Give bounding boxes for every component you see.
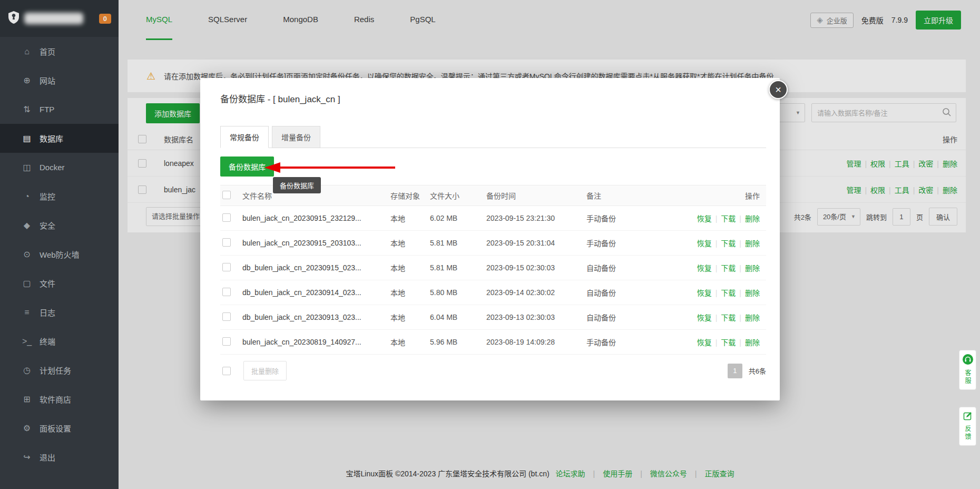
download-link[interactable]: 下载 [721, 338, 736, 347]
backup-database-button[interactable]: 备份数据库 [220, 157, 274, 177]
search-icon[interactable] [942, 107, 952, 119]
delete-link[interactable]: 删除 [745, 264, 760, 272]
sidebar-item-files[interactable]: ▢文件 [0, 269, 119, 298]
sidebar-item-database[interactable]: ▤数据库 [0, 124, 119, 153]
sidebar-item-panel-settings[interactable]: ⚙面板设置 [0, 414, 119, 443]
delete-link[interactable]: 删除 [745, 214, 760, 223]
sidebar-item-security[interactable]: ◆安全 [0, 211, 119, 240]
backup-file-name: bulen_jack_cn_20230915_203103... [242, 239, 390, 247]
monitor-icon: ◔ [21, 192, 33, 201]
change-password-link[interactable]: 改密 [918, 160, 933, 168]
restore-link[interactable]: 恢复 [697, 239, 712, 248]
restore-link[interactable]: 恢复 [697, 289, 712, 297]
row-checkbox[interactable] [222, 238, 231, 247]
manage-link[interactable]: 管理 [846, 186, 861, 194]
tab-mysql[interactable]: MySQL [146, 0, 172, 40]
delete-link[interactable]: 删除 [943, 160, 957, 168]
tab-mongodb[interactable]: MongoDB [283, 0, 318, 40]
tab-regular-backup[interactable]: 常规备份 [220, 126, 269, 148]
per-page-select[interactable]: 20条/页▼ [817, 208, 860, 226]
download-link[interactable]: 下载 [721, 314, 736, 322]
sidebar-item-website[interactable]: ⊕网站 [0, 66, 119, 95]
separator: | [716, 214, 718, 223]
restore-link[interactable]: 恢复 [697, 214, 712, 223]
screen: 0 ⌂首页 ⊕网站 ⇅FTP ▤数据库 ◫Docker ◔监控 ◆安全 ⊙Web… [0, 0, 980, 489]
customer-service-widget[interactable]: 客服 [959, 350, 976, 390]
page-number-input[interactable]: 1 [893, 208, 910, 226]
restore-link[interactable]: 恢复 [697, 314, 712, 322]
delete-link[interactable]: 删除 [943, 186, 957, 194]
restore-link[interactable]: 恢复 [697, 338, 712, 347]
upgrade-button[interactable]: 立即升级 [916, 11, 961, 30]
current-page[interactable]: 1 [728, 364, 742, 378]
sidebar-item-waf[interactable]: ⊙Web防火墙 [0, 240, 119, 269]
database-name: bulen_jac [164, 185, 195, 194]
select-all-checkbox[interactable] [222, 191, 231, 199]
tab-incremental-backup[interactable]: 增量备份 [272, 126, 320, 148]
download-link[interactable]: 下载 [721, 214, 736, 223]
total-count-label: 共6条 [749, 366, 766, 376]
backup-time: 2023-08-19 14:09:28 [486, 338, 586, 346]
row-checkbox[interactable] [222, 337, 231, 346]
row-checkbox[interactable] [222, 263, 231, 271]
permission-link[interactable]: 权限 [870, 186, 885, 194]
separator: | [695, 470, 697, 478]
logo-shield-icon [7, 11, 20, 26]
confirm-button[interactable]: 确认 [929, 208, 957, 226]
home-icon: ⌂ [21, 47, 33, 56]
row-actions: 恢复|下载|删除 [692, 287, 766, 298]
edition-badge[interactable]: ◈企业版 [810, 13, 854, 28]
search-input[interactable] [811, 103, 956, 122]
manage-link[interactable]: 管理 [846, 160, 861, 168]
delete-link[interactable]: 删除 [745, 289, 760, 297]
wechat-link[interactable]: 微信公众号 [650, 470, 687, 478]
logo[interactable]: 0 [0, 0, 119, 37]
logs-icon: ≡ [21, 308, 33, 317]
tools-link[interactable]: 工具 [895, 160, 909, 168]
row-checkbox[interactable] [138, 185, 146, 194]
change-password-link[interactable]: 改密 [918, 186, 933, 194]
restore-link[interactable]: 恢复 [697, 264, 712, 272]
message-count-badge[interactable]: 0 [99, 14, 111, 24]
backup-file-name: bulen_jack_cn_20230915_232129... [242, 214, 390, 222]
tab-redis[interactable]: Redis [354, 0, 374, 40]
select-all-checkbox[interactable] [222, 367, 231, 375]
download-link[interactable]: 下载 [721, 289, 736, 297]
sidebar-item-home[interactable]: ⌂首页 [0, 37, 119, 66]
row-checkbox[interactable] [222, 288, 231, 296]
sidebar-item-logs[interactable]: ≡日志 [0, 298, 119, 327]
sidebar-item-cron[interactable]: ◷计划任务 [0, 356, 119, 385]
license-check-link[interactable]: 正版查询 [704, 470, 734, 478]
backup-size: 6.04 MB [430, 313, 486, 321]
tab-sqlserver[interactable]: SQLServer [208, 0, 247, 40]
sidebar-item-logout[interactable]: ↪退出 [0, 443, 119, 472]
manual-link[interactable]: 使用手册 [603, 470, 632, 478]
delete-link[interactable]: 删除 [745, 239, 760, 248]
tab-pgsql[interactable]: PgSQL [410, 0, 435, 40]
select-all-checkbox[interactable] [138, 135, 146, 143]
gear-icon: ⚙ [21, 423, 33, 433]
download-link[interactable]: 下载 [721, 239, 736, 248]
row-checkbox[interactable] [138, 159, 146, 168]
backup-note: 手动备份 [586, 213, 692, 223]
delete-link[interactable]: 删除 [745, 338, 760, 347]
close-icon[interactable]: × [769, 80, 788, 99]
add-database-button[interactable]: 添加数据库 [146, 103, 200, 123]
row-checkbox[interactable] [222, 312, 231, 321]
row-actions: 恢复|下载|删除 [692, 312, 766, 322]
sidebar-item-monitor[interactable]: ◔监控 [0, 182, 119, 211]
batch-delete-button[interactable]: 批量删除 [243, 361, 287, 380]
sidebar-item-ftp[interactable]: ⇅FTP [0, 95, 119, 124]
sidebar-item-docker[interactable]: ◫Docker [0, 153, 119, 182]
permission-link[interactable]: 权限 [870, 160, 885, 168]
forum-help-link[interactable]: 论坛求助 [556, 470, 585, 478]
download-link[interactable]: 下载 [721, 264, 736, 272]
backup-pagination: 1 共6条 [728, 364, 766, 378]
sidebar-item-appstore[interactable]: ⊞软件商店 [0, 385, 119, 414]
appstore-icon: ⊞ [21, 394, 33, 404]
row-checkbox[interactable] [222, 213, 231, 222]
delete-link[interactable]: 删除 [745, 314, 760, 322]
feedback-widget[interactable]: 反馈 [959, 407, 976, 446]
tools-link[interactable]: 工具 [895, 186, 909, 194]
sidebar-item-terminal[interactable]: >_终端 [0, 327, 119, 356]
